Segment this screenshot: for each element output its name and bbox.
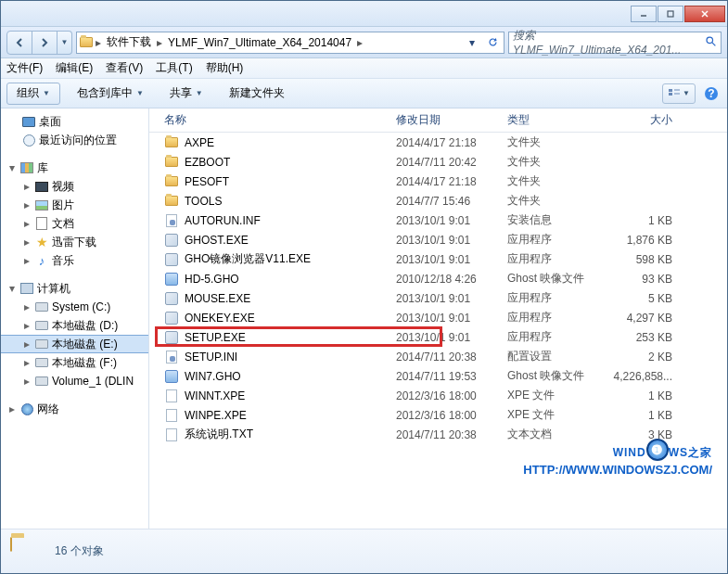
- expand-icon[interactable]: ▸: [21, 321, 32, 331]
- expand-icon[interactable]: ▸: [21, 376, 32, 387]
- file-name: WIN7.GHO: [185, 370, 241, 383]
- file-row[interactable]: GHO镜像浏览器V11.EXE2013/10/1 9:01应用程序598 KB: [149, 249, 727, 269]
- file-row[interactable]: 系统说明.TXT2014/7/11 20:38文本文档3 KB: [149, 425, 727, 444]
- collapse-icon[interactable]: ▾: [6, 284, 17, 294]
- file-row[interactable]: WINNT.XPE2012/3/16 18:00XPE 文件1 KB: [149, 386, 727, 405]
- file-type: 文本文档: [502, 427, 604, 442]
- file-type: XPE 文件: [502, 388, 604, 403]
- expand-icon[interactable]: ▸: [21, 358, 32, 368]
- menu-help[interactable]: 帮助(H): [206, 60, 244, 76]
- dropdown-icon[interactable]: ▾: [463, 33, 481, 52]
- tree-pictures[interactable]: ▸图片: [1, 196, 148, 214]
- column-header-date[interactable]: 修改日期: [390, 112, 502, 128]
- svg-rect-1: [668, 11, 673, 17]
- back-button[interactable]: [6, 31, 32, 55]
- help-icon[interactable]: ?: [701, 83, 722, 104]
- forward-button[interactable]: [32, 31, 57, 55]
- tree-drive-e[interactable]: ▸本地磁盘 (E:): [1, 335, 148, 353]
- menu-edit[interactable]: 编辑(E): [56, 60, 93, 76]
- titlebar: [1, 1, 727, 27]
- file-row[interactable]: AUTORUN.INF2013/10/1 9:01安装信息1 KB: [149, 210, 727, 230]
- tree-documents[interactable]: ▸文档: [1, 214, 148, 233]
- minimize-button[interactable]: [631, 6, 657, 22]
- tree-drive-vol[interactable]: ▸Volume_1 (DLIN: [1, 372, 148, 390]
- file-row[interactable]: TOOLS2014/7/7 15:46文件夹: [149, 191, 727, 210]
- history-dropdown[interactable]: ▼: [57, 31, 72, 55]
- file-row[interactable]: EZBOOT2014/7/11 20:42文件夹: [149, 152, 727, 172]
- file-row[interactable]: GHOST.EXE2013/10/1 9:01应用程序1,876 KB: [149, 230, 727, 249]
- file-name: GHO镜像浏览器V11.EXE: [185, 251, 311, 267]
- expand-icon[interactable]: ▸: [21, 219, 32, 229]
- tree-videos[interactable]: ▸视频: [1, 177, 148, 196]
- column-header-type[interactable]: 类型: [502, 112, 604, 128]
- file-size: 253 KB: [604, 331, 678, 344]
- status-text: 16 个对象: [55, 543, 104, 559]
- maximize-button[interactable]: [658, 6, 683, 22]
- file-row[interactable]: MOUSE.EXE2013/10/1 9:01应用程序5 KB: [149, 288, 727, 308]
- tree-recent[interactable]: 最近访问的位置: [1, 131, 148, 149]
- include-in-library-button[interactable]: 包含到库中▼: [68, 83, 153, 105]
- file-date: 2014/7/7 15:46: [390, 195, 502, 208]
- address-bar[interactable]: ▸ 软件下载 ▸ YLMF_Win7_Ultimate_X64_2014047 …: [76, 32, 504, 54]
- column-header-name[interactable]: 名称: [159, 112, 390, 128]
- file-list[interactable]: AXPE2014/4/17 21:18文件夹EZBOOT2014/7/11 20…: [149, 133, 727, 529]
- collapse-icon[interactable]: ▾: [6, 163, 17, 173]
- address-row: ▼ ▸ 软件下载 ▸ YLMF_Win7_Ultimate_X64_201404…: [1, 27, 727, 58]
- file-row[interactable]: WIN7.GHO2014/7/11 19:53Ghost 映像文件4,226,8…: [149, 366, 727, 386]
- file-row[interactable]: HD-5.GHO2010/12/18 4:26Ghost 映像文件93 KB: [149, 269, 727, 288]
- file-icon: [164, 408, 179, 423]
- file-row[interactable]: AXPE2014/4/17 21:18文件夹: [149, 133, 727, 152]
- chevron-right-icon[interactable]: ▸: [94, 33, 103, 52]
- menu-file[interactable]: 文件(F): [6, 60, 43, 76]
- file-date: 2013/10/1 9:01: [390, 312, 502, 325]
- file-type: 应用程序: [502, 290, 604, 306]
- tree-desktop[interactable]: 桌面: [1, 112, 148, 131]
- close-button[interactable]: [684, 6, 725, 22]
- view-options-button[interactable]: ▼: [662, 83, 696, 104]
- chevron-right-icon[interactable]: ▸: [355, 33, 364, 52]
- search-icon[interactable]: [705, 35, 717, 50]
- file-date: 2014/7/11 20:38: [390, 351, 502, 364]
- menu-view[interactable]: 查看(V): [106, 60, 143, 76]
- file-size: 1 KB: [604, 214, 678, 227]
- expand-icon[interactable]: ▸: [21, 200, 32, 210]
- new-folder-button[interactable]: 新建文件夹: [220, 83, 294, 105]
- search-input[interactable]: 搜索 YLMF_Win7_Ultimate_X64_201...: [508, 32, 722, 54]
- tree-network[interactable]: ▸网络: [1, 400, 148, 418]
- expand-icon[interactable]: ▸: [21, 302, 32, 313]
- tree-music[interactable]: ▸♪音乐: [1, 251, 148, 270]
- organize-button[interactable]: 组织▼: [6, 83, 60, 105]
- navigation-pane[interactable]: 桌面 最近访问的位置 ▾库 ▸视频 ▸图片 ▸文档 ▸★迅雷下载 ▸♪音乐 ▾计…: [1, 108, 149, 529]
- expand-icon[interactable]: ▸: [21, 182, 32, 192]
- file-row[interactable]: WINPE.XPE2012/3/16 18:00XPE 文件1 KB: [149, 405, 727, 425]
- chevron-down-icon: ▼: [196, 89, 203, 97]
- document-icon: [34, 216, 49, 231]
- folder-icon: [164, 155, 179, 170]
- tree-libraries[interactable]: ▾库: [1, 159, 148, 177]
- ini-icon: [164, 213, 179, 228]
- gho-icon: [164, 272, 179, 287]
- file-row[interactable]: PESOFT2014/4/17 21:18文件夹: [149, 172, 727, 191]
- expand-icon[interactable]: ▸: [21, 237, 32, 248]
- expand-icon[interactable]: ▸: [21, 339, 32, 350]
- menu-tools[interactable]: 工具(T): [156, 60, 192, 76]
- file-row[interactable]: SETUP.EXE2013/10/1 9:01应用程序253 KB: [149, 327, 727, 347]
- expand-icon[interactable]: ▸: [21, 256, 32, 266]
- breadcrumb-item[interactable]: 软件下载: [103, 33, 155, 52]
- drive-icon: [34, 318, 49, 333]
- file-name: PESOFT: [185, 175, 229, 188]
- file-name: AXPE: [185, 136, 214, 149]
- refresh-icon[interactable]: [483, 33, 502, 52]
- file-row[interactable]: SETUP.INI2014/7/11 20:38配置设置2 KB: [149, 347, 727, 366]
- share-button[interactable]: 共享▼: [160, 83, 212, 105]
- tree-drive-f[interactable]: ▸本地磁盘 (F:): [1, 353, 148, 372]
- expand-icon[interactable]: ▸: [6, 404, 17, 415]
- column-header-size[interactable]: 大小: [604, 112, 678, 128]
- chevron-right-icon[interactable]: ▸: [155, 33, 164, 52]
- tree-drive-c[interactable]: ▸System (C:): [1, 298, 148, 316]
- breadcrumb-item[interactable]: YLMF_Win7_Ultimate_X64_2014047: [164, 33, 355, 52]
- tree-xunlei[interactable]: ▸★迅雷下载: [1, 233, 148, 251]
- tree-computer[interactable]: ▾计算机: [1, 279, 148, 298]
- tree-drive-d[interactable]: ▸本地磁盘 (D:): [1, 316, 148, 335]
- file-row[interactable]: ONEKEY.EXE2013/10/1 9:01应用程序4,297 KB: [149, 308, 727, 327]
